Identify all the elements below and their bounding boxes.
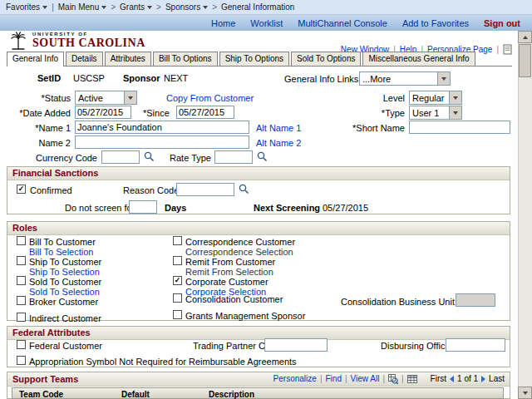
appropriation-symbol-checkbox[interactable] [17, 356, 26, 365]
scroll-down-button[interactable] [518, 387, 532, 399]
level-select[interactable]: Regular [409, 91, 462, 105]
tab-details[interactable]: Details [66, 52, 103, 66]
scrollbar-thumb[interactable] [519, 44, 531, 77]
selected-value: User 1 [410, 108, 449, 118]
bill-to-customer-checkbox[interactable] [17, 236, 26, 245]
grants-management-sponsor-checkbox[interactable] [173, 310, 182, 319]
appropriation-symbol-label: Appropriation Symbol Not Required for Re… [29, 357, 297, 367]
breadcrumb-separator: > [156, 2, 161, 12]
tab-sold-to-options[interactable]: Sold To Options [291, 52, 361, 66]
confirmed-checkbox[interactable] [17, 185, 26, 194]
currency-code-input[interactable] [101, 150, 140, 164]
download-grid-icon[interactable] [407, 374, 417, 384]
ship-to-customer-label: Ship To Customer [29, 257, 101, 267]
dropdown-button[interactable] [449, 106, 461, 119]
name-1-input[interactable] [75, 121, 249, 134]
ship-to-customer-checkbox[interactable] [17, 256, 26, 265]
col-description[interactable]: Description [209, 390, 254, 399]
since-input[interactable] [176, 106, 234, 119]
separator: | [401, 373, 404, 385]
correspondence-customer-checkbox[interactable] [173, 236, 182, 245]
sold-to-selection-link[interactable]: Sold To Selection [29, 287, 100, 297]
chevron-down-icon [128, 96, 133, 100]
indirect-customer-label: Indirect Customer [29, 313, 101, 323]
support-teams-header: Support Teams Personalize | Find | View … [7, 372, 510, 387]
add-to-favorites-link[interactable]: Add to Favorites [402, 18, 469, 28]
indirect-customer-checkbox[interactable] [17, 313, 26, 322]
support-teams-title: Support Teams [12, 373, 78, 385]
consolidation-customer-checkbox[interactable] [173, 293, 182, 303]
alt-name-1-link[interactable]: Alt Name 1 [256, 123, 301, 133]
copy-from-customer-link[interactable]: Copy From Customer [166, 93, 254, 103]
sold-to-customer-checkbox[interactable] [17, 276, 26, 285]
find-link[interactable]: Find [325, 373, 341, 385]
name-2-input[interactable] [75, 135, 249, 149]
do-not-screen-label: Do not screen for [65, 203, 135, 213]
federal-customer-checkbox[interactable] [17, 340, 26, 349]
setid-value: USCSP [73, 73, 105, 83]
correspondence-selection-label: Correspondence Selection [185, 247, 293, 257]
signout-link[interactable]: Sign out [484, 18, 520, 28]
breadcrumb-separator: > [212, 2, 217, 12]
previous-row-icon[interactable] [450, 376, 454, 382]
scroll-up-button[interactable] [518, 31, 532, 43]
disbursing-office-input[interactable] [446, 338, 505, 352]
logo-text: UNIVERSITY OF SOUTH CAROLINA [32, 32, 145, 50]
confirmed-label: Confirmed [30, 185, 72, 195]
logo-south-carolina: SOUTH CAROLINA [32, 37, 145, 50]
next-row-icon[interactable] [481, 376, 485, 382]
reason-code-lookup-icon[interactable] [239, 184, 249, 195]
status-select[interactable]: Active [75, 91, 137, 105]
tab-misc-general-info[interactable]: Miscellaneous General Info [362, 52, 475, 66]
breadcrumb-favorites[interactable]: Favorites [6, 2, 47, 12]
dropdown-button[interactable] [124, 91, 136, 104]
tab-general-info[interactable]: General Info [7, 52, 64, 66]
sold-to-customer-label: Sold To Customer [29, 277, 101, 287]
col-default[interactable]: Default [121, 390, 150, 399]
zoom-grid-icon[interactable] [388, 374, 398, 384]
view-all-link[interactable]: View All [351, 373, 380, 385]
short-name-input[interactable] [409, 121, 510, 134]
reason-code-input[interactable] [176, 183, 234, 196]
rate-type-input[interactable] [214, 150, 253, 164]
grid-controls: Personalize | Find | View All | | [273, 373, 505, 385]
personalize-link[interactable]: Personalize [273, 373, 317, 385]
date-added-input[interactable] [75, 106, 131, 119]
general-info-links-select[interactable]: ...More [359, 71, 451, 86]
bill-to-selection-link[interactable]: Bill To Selection [29, 247, 93, 257]
corporate-customer-checkbox[interactable] [173, 276, 182, 285]
type-select[interactable]: User 1 [409, 106, 462, 120]
consolidation-business-unit-input [456, 293, 495, 307]
ship-to-selection-link[interactable]: Ship To Selection [29, 267, 100, 277]
screen-days-input[interactable] [129, 200, 157, 214]
breadcrumb-grants[interactable]: Grants [120, 2, 152, 12]
multichannel-console-link[interactable]: MultiChannel Console [298, 18, 387, 28]
tab-bill-to-options[interactable]: Bill To Options [153, 52, 218, 66]
breadcrumb-label: General Information [221, 2, 294, 12]
col-team-code[interactable]: Team Code [19, 390, 63, 399]
broker-customer-checkbox[interactable] [17, 296, 26, 305]
first-link[interactable]: First [431, 373, 446, 385]
trading-partner-code-input[interactable] [264, 338, 328, 352]
vertical-scrollbar[interactable] [518, 31, 532, 399]
tab-attributes[interactable]: Attributes [105, 52, 151, 66]
short-name-label: *Short Name [332, 123, 405, 133]
federal-customer-label: Federal Customer [29, 341, 102, 351]
next-screening-value: 05/27/2015 [323, 203, 368, 213]
breadcrumb-label: Favorites [6, 2, 40, 12]
last-link[interactable]: Last [489, 373, 505, 385]
level-label: Level [332, 93, 405, 103]
breadcrumb-separator: | [52, 2, 54, 12]
breadcrumb-sponsors[interactable]: Sponsors [165, 2, 208, 12]
tab-ship-to-options[interactable]: Ship To Options [219, 52, 289, 66]
worklist-link[interactable]: Worklist [250, 18, 283, 28]
breadcrumb-main-menu[interactable]: Main Menu [58, 2, 106, 12]
dropdown-button[interactable] [449, 91, 461, 104]
rate-type-lookup-icon[interactable] [257, 151, 268, 162]
remit-from-customer-checkbox[interactable] [173, 256, 182, 265]
alt-name-2-link[interactable]: Alt Name 2 [256, 138, 301, 148]
consolidation-customer-label: Consolidation Customer [185, 294, 283, 304]
currency-lookup-icon[interactable] [144, 151, 155, 162]
home-link[interactable]: Home [211, 18, 235, 28]
dropdown-button[interactable] [437, 72, 450, 85]
